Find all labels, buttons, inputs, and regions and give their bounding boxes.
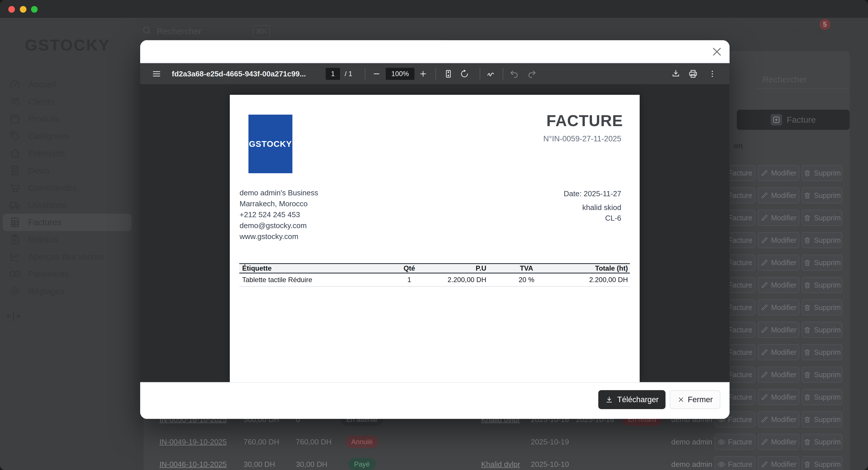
more-options-icon[interactable] xyxy=(708,70,716,78)
delete-invoice-button[interactable]: Supprim xyxy=(802,300,842,315)
sidebar-item-factures[interactable]: Factures xyxy=(3,214,131,231)
sidebar-item-accueil[interactable]: Accueil xyxy=(3,76,131,93)
sidebar-item-paiements[interactable]: Paiements xyxy=(3,265,131,283)
print-icon[interactable] xyxy=(688,69,698,79)
edit-invoice-button[interactable]: Modifier xyxy=(758,411,799,428)
view-invoice-button-label: Facture xyxy=(728,214,752,222)
undo-icon[interactable] xyxy=(509,69,519,79)
status-badge: Annulé xyxy=(345,436,378,448)
edit-invoice-button[interactable]: Modifier xyxy=(758,165,799,181)
sidebar-item-cat-gories[interactable]: Catégories xyxy=(3,128,131,145)
sidebar-item-r-glages[interactable]: Réglages xyxy=(3,283,131,300)
new-invoice-label: Facture xyxy=(787,115,816,125)
edit-invoice-button[interactable]: Modifier xyxy=(758,389,799,405)
help-icon[interactable] xyxy=(789,27,801,39)
edit-invoice-button[interactable]: Modifier xyxy=(758,434,799,450)
global-search-input[interactable]: Rechercher xyxy=(157,26,202,36)
zoom-window-button[interactable] xyxy=(31,6,38,13)
edit-invoice-button[interactable]: Modifier xyxy=(758,322,799,338)
edit-invoice-button[interactable]: Modifier xyxy=(758,367,799,383)
invoice-date: 2025-10-19 xyxy=(531,438,569,446)
sidebar-item-retours[interactable]: Retours xyxy=(3,231,131,248)
close-window-button[interactable] xyxy=(8,6,15,13)
edit-invoice-button[interactable]: Modifier xyxy=(758,344,799,360)
invoice-company-line: demo@gstocky.com xyxy=(240,220,318,231)
delete-invoice-button[interactable]: Supprim xyxy=(802,389,842,405)
pdf-zoom-level[interactable]: 100% xyxy=(386,68,414,80)
sidebar-item-entrep-ts[interactable]: Entrepôts xyxy=(3,145,131,162)
delete-invoice-button-label: Supprim xyxy=(814,258,841,267)
edit-invoice-button[interactable]: Modifier xyxy=(758,300,799,315)
sidebar-item-aper-us-des-ventes[interactable]: Aperçus des ventes xyxy=(3,248,131,265)
pdf-menu-icon[interactable] xyxy=(152,69,161,79)
edit-invoice-button[interactable]: Modifier xyxy=(758,254,799,271)
rotate-icon[interactable] xyxy=(460,69,469,79)
view-invoice-button-label: Facture xyxy=(728,258,752,267)
sidebar-item-clients[interactable]: Clients xyxy=(3,93,131,110)
edit-invoice-button[interactable]: Modifier xyxy=(758,187,799,203)
pencil-icon xyxy=(761,259,768,267)
delete-invoice-button[interactable]: Supprim xyxy=(802,456,842,470)
edit-invoice-button[interactable]: Modifier xyxy=(758,232,799,248)
download-button[interactable]: Télécharger xyxy=(598,390,665,409)
sidebar-item-produits[interactable]: Produits xyxy=(3,110,131,128)
sidebar-item-label: Devis xyxy=(28,166,50,176)
delete-invoice-button[interactable]: Supprim xyxy=(802,232,842,248)
receipt-icon xyxy=(9,165,21,177)
trash-icon xyxy=(803,214,811,222)
invoice-paid: 30,00 DH xyxy=(296,460,328,469)
sidebar-item-commandes[interactable]: Commandes xyxy=(3,179,131,196)
new-invoice-button[interactable]: Facture xyxy=(737,110,849,130)
close-button[interactable]: Fermer xyxy=(670,390,720,409)
view-invoice-button-label: Facture xyxy=(728,326,752,334)
sidebar-item-devis[interactable]: Devis xyxy=(3,162,131,179)
edit-invoice-button-label: Modifier xyxy=(771,326,797,334)
download-icon[interactable] xyxy=(671,69,681,79)
sidebar-collapse-button[interactable] xyxy=(6,309,21,324)
edit-invoice-button[interactable]: Modifier xyxy=(758,456,799,470)
list-search-input[interactable]: Rechercher xyxy=(762,75,807,85)
sidebar-item-livraisons[interactable]: Livraisons xyxy=(3,196,131,214)
settings-gear-icon[interactable] xyxy=(834,27,847,40)
delete-invoice-button-label: Supprim xyxy=(814,236,841,245)
delete-invoice-button[interactable]: Supprim xyxy=(802,344,842,360)
edit-invoice-button[interactable]: Modifier xyxy=(758,210,799,226)
invoice-item-cell: 20 % xyxy=(498,276,555,284)
pdf-page-input[interactable]: 1 xyxy=(326,68,340,80)
minimize-window-button[interactable] xyxy=(20,6,26,13)
invoice-number-link[interactable]: IN-0049-19-10-2025 xyxy=(159,438,227,446)
modal-close-icon[interactable] xyxy=(711,45,723,58)
redo-icon[interactable] xyxy=(527,69,536,79)
delete-invoice-button[interactable]: Supprim xyxy=(802,187,842,203)
delete-invoice-button[interactable]: Supprim xyxy=(802,254,842,271)
view-invoice-button[interactable]: Facture xyxy=(714,434,755,450)
client-link[interactable]: Khalid dvlpr xyxy=(481,460,520,469)
zoom-out-icon[interactable] xyxy=(372,69,381,79)
toolbar-divider xyxy=(480,68,480,80)
view-invoice-button-label: Facture xyxy=(728,281,752,289)
delete-invoice-button[interactable]: Supprim xyxy=(802,322,842,338)
gear-icon xyxy=(9,286,21,297)
delete-invoice-button[interactable]: Supprim xyxy=(802,411,842,428)
home-icon xyxy=(9,148,21,159)
invoice-client-code: CL-6 xyxy=(582,213,621,223)
delete-invoice-button[interactable]: Supprim xyxy=(802,277,842,293)
download-icon xyxy=(605,396,613,404)
delete-invoice-button[interactable]: Supprim xyxy=(802,434,842,450)
annotate-icon[interactable] xyxy=(486,69,496,79)
delete-invoice-button[interactable]: Supprim xyxy=(802,367,842,383)
delete-invoice-button-label: Supprim xyxy=(814,371,841,379)
invoice-number-link[interactable]: IN-0046-10-10-2025 xyxy=(159,460,227,469)
delete-invoice-button[interactable]: Supprim xyxy=(802,165,842,181)
trash-icon xyxy=(803,438,811,446)
close-icon xyxy=(678,396,684,403)
delete-invoice-button-label: Supprim xyxy=(814,281,841,289)
view-invoice-button[interactable]: Facture xyxy=(714,456,755,470)
app-logo: GSTOCKY xyxy=(0,36,135,54)
delete-invoice-button[interactable]: Supprim xyxy=(802,210,842,226)
fit-page-icon[interactable] xyxy=(443,69,453,79)
modal-footer: Télécharger Fermer xyxy=(140,382,730,419)
edit-invoice-button[interactable]: Modifier xyxy=(758,277,799,293)
view-invoice-button-label: Facture xyxy=(728,169,752,177)
zoom-in-icon[interactable] xyxy=(418,69,428,79)
